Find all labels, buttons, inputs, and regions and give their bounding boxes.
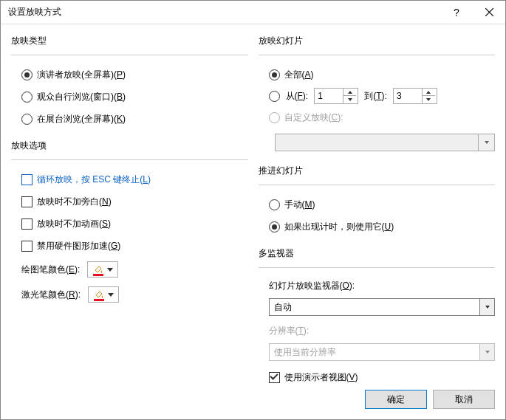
radio-browse[interactable]: 观众自行浏览(窗口)(B) xyxy=(11,88,248,106)
laser-color-row: 激光笔颜色(R): xyxy=(11,284,248,305)
window-title: 设置放映方式 xyxy=(8,6,440,18)
radio-use-timing[interactable]: 如果出现计时，则使用它(U) xyxy=(259,218,496,235)
check-presenter-view[interactable]: 使用演示者视图(V) xyxy=(259,368,496,387)
group-monitors: 多监视器 xyxy=(259,247,496,260)
to-input[interactable] xyxy=(394,89,422,103)
radio-icon xyxy=(269,199,280,210)
radio-kiosk[interactable]: 在展台浏览(全屏幕)(K) xyxy=(11,110,248,128)
to-spinner[interactable] xyxy=(393,88,437,104)
laser-color-button[interactable] xyxy=(88,286,119,303)
from-spinner[interactable] xyxy=(314,88,358,104)
spin-down[interactable] xyxy=(423,96,435,103)
checkbox-icon xyxy=(21,218,33,230)
from-input[interactable] xyxy=(315,89,343,103)
laser-color-label: 激光笔颜色(R): xyxy=(21,289,81,301)
custom-show-select xyxy=(275,134,496,151)
titlebar: 设置放映方式 ? xyxy=(1,1,505,24)
radio-from-row: 从(F): 到(T): xyxy=(259,88,496,104)
pen-color-button[interactable] xyxy=(87,261,118,278)
monitor-select[interactable]: 自动 xyxy=(269,298,496,316)
radio-presenter[interactable]: 演讲者放映(全屏幕)(P) xyxy=(11,66,248,83)
radio-manual[interactable]: 手动(M) xyxy=(259,196,496,213)
checkbox-icon xyxy=(21,196,33,207)
help-button[interactable]: ? xyxy=(440,1,473,24)
group-advance: 推进幻灯片 xyxy=(259,165,496,177)
resolution-select: 使用当前分辨率 xyxy=(269,343,496,361)
check-no-hw-accel[interactable]: 禁用硬件图形加速(G) xyxy=(11,237,248,255)
chevron-down-icon[interactable] xyxy=(479,299,494,315)
group-show-type: 放映类型 xyxy=(11,35,248,47)
checkbox-icon xyxy=(269,372,280,383)
check-no-narration[interactable]: 放映时不加旁白(N) xyxy=(11,193,248,210)
radio-icon xyxy=(269,112,280,123)
group-show-slides: 放映幻灯片 xyxy=(259,35,496,47)
check-no-animation[interactable]: 放映时不加动画(S) xyxy=(11,215,248,233)
close-button[interactable] xyxy=(473,1,505,24)
radio-icon xyxy=(269,221,280,233)
ok-button[interactable]: 确定 xyxy=(365,390,427,409)
chevron-down-icon xyxy=(108,293,114,297)
radio-icon xyxy=(269,69,280,80)
resolution-label: 分辨率(T): xyxy=(259,325,496,337)
spin-up[interactable] xyxy=(343,89,356,96)
close-icon xyxy=(485,8,493,16)
bucket-icon xyxy=(93,264,103,275)
bucket-icon xyxy=(94,289,104,300)
spin-down[interactable] xyxy=(343,96,356,103)
cancel-button[interactable]: 取消 xyxy=(433,390,495,409)
chevron-down-icon xyxy=(479,344,494,360)
left-column: 放映类型 演讲者放映(全屏幕)(P) 观众自行浏览(窗口)(B) 在展台浏览(全… xyxy=(11,35,248,387)
checkbox-icon xyxy=(21,241,33,252)
radio-icon xyxy=(21,69,33,80)
check-loop[interactable]: 循环放映，按 ESC 键终止(L) xyxy=(11,171,248,188)
spin-up[interactable] xyxy=(423,89,435,96)
chevron-down-icon xyxy=(478,134,494,151)
footer: 确定 取消 xyxy=(1,387,505,419)
chevron-down-icon xyxy=(107,268,113,272)
pen-color-label: 绘图笔颜色(E): xyxy=(21,264,80,276)
radio-custom-show: 自定义放映(C): xyxy=(259,109,496,126)
radio-icon xyxy=(21,114,33,125)
radio-all[interactable]: 全部(A) xyxy=(259,66,496,83)
group-show-options: 放映选项 xyxy=(11,140,248,152)
checkbox-icon xyxy=(21,174,33,185)
right-column: 放映幻灯片 全部(A) 从(F): 到(T): 自定义放映(C): xyxy=(259,35,496,387)
radio-icon xyxy=(21,92,33,103)
radio-from[interactable] xyxy=(269,91,280,102)
pen-color-row: 绘图笔颜色(E): xyxy=(11,259,248,280)
monitor-label: 幻灯片放映监视器(O): xyxy=(259,280,496,292)
